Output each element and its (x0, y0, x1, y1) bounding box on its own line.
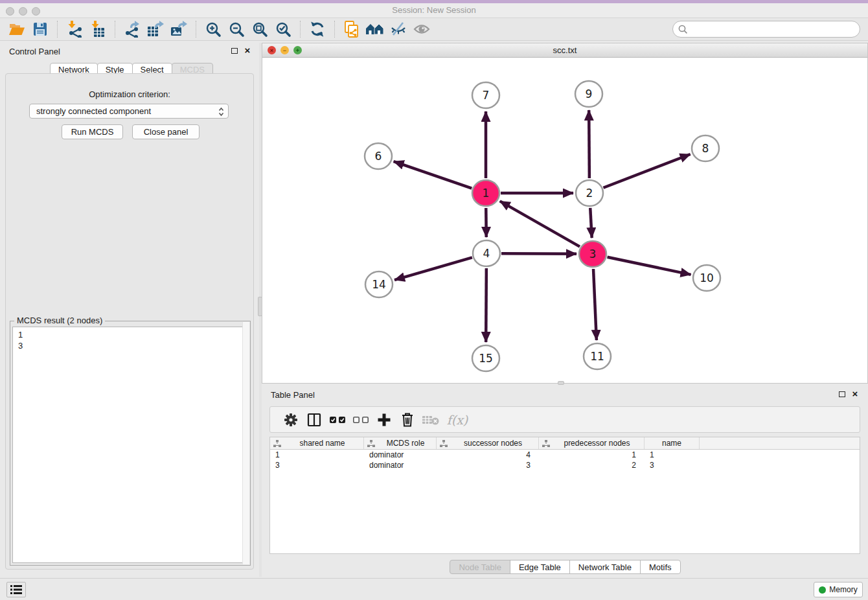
tab-node-table[interactable]: Node Table (450, 560, 510, 574)
task-history-button[interactable] (6, 582, 26, 597)
toolbar-separator (329, 21, 335, 38)
refresh-layout-icon[interactable] (306, 19, 329, 39)
svg-text:9: 9 (586, 87, 593, 100)
save-session-icon[interactable] (29, 19, 52, 39)
graph-node-8[interactable]: 8 (692, 135, 719, 161)
tab-motifs[interactable]: Motifs (640, 560, 681, 574)
first-neighbors-icon[interactable] (363, 19, 387, 39)
node-table-header: shared name MCDS role successor nodes pr… (270, 437, 860, 450)
table-cell[interactable]: 3 (270, 460, 364, 470)
toolbar-separator (52, 21, 58, 38)
memory-button[interactable]: Memory (814, 582, 863, 597)
graph-edge-3-1[interactable] (500, 201, 580, 246)
close-panel-icon[interactable]: × (242, 45, 253, 56)
import-network-icon[interactable] (63, 19, 86, 39)
graph-edge-1-6[interactable] (394, 161, 472, 188)
zoom-fit-icon[interactable] (248, 19, 271, 39)
table-cell[interactable]: 1 (539, 450, 645, 460)
graph-node-7[interactable]: 7 (472, 82, 499, 108)
mcds-result-title: MCDS result (2 nodes) (14, 316, 105, 325)
table-cell[interactable]: 3 (645, 460, 700, 470)
column-panel-icon[interactable] (303, 409, 326, 431)
close-panel-button[interactable]: Close panel (132, 124, 200, 139)
graph-edge-2-9[interactable] (589, 110, 589, 178)
float-table-panel-icon[interactable] (837, 389, 847, 399)
graph-node-3[interactable]: 3 (579, 241, 606, 267)
graph-edge-4-15[interactable] (486, 268, 486, 342)
export-image-icon[interactable] (167, 19, 190, 39)
search-icon (678, 25, 688, 34)
node-table: shared name MCDS role successor nodes pr… (269, 437, 860, 554)
result-scrollbar[interactable] (242, 322, 249, 564)
mcds-result-text[interactable]: 1 3 (12, 327, 248, 563)
graph-node-1[interactable]: 1 (472, 180, 499, 206)
node-table-body: 1dominator4113dominator323 (270, 450, 860, 470)
search-input[interactable] (691, 23, 860, 36)
table-row-1[interactable]: 3dominator323 (270, 460, 860, 470)
import-table-icon[interactable] (86, 19, 109, 39)
graph-edge-4-14[interactable] (394, 257, 472, 280)
graph-node-15[interactable]: 15 (472, 345, 499, 371)
graph-node-2[interactable]: 2 (576, 180, 603, 206)
export-table-icon[interactable] (144, 19, 167, 39)
table-cell[interactable]: 1 (645, 450, 700, 460)
memory-label: Memory (829, 585, 857, 594)
svg-text:3: 3 (589, 248, 597, 260)
table-cell[interactable]: 3 (437, 460, 539, 470)
splitter-handle[interactable] (558, 381, 564, 385)
zoom-selected-icon[interactable] (271, 19, 295, 39)
select-all-checkboxes-icon[interactable] (326, 409, 349, 431)
graph-node-9[interactable]: 9 (575, 81, 602, 107)
table-cell[interactable]: 2 (539, 460, 645, 470)
tab-edge-table[interactable]: Edge Table (510, 560, 570, 574)
graph-edge-4-3[interactable] (501, 253, 577, 254)
table-settings-gear-icon[interactable] (279, 409, 303, 431)
deselect-all-checkboxes-icon[interactable] (349, 409, 372, 431)
float-panel-icon[interactable] (229, 45, 240, 56)
column-header-name[interactable]: name (645, 437, 700, 449)
zoom-out-icon[interactable] (225, 19, 248, 39)
column-header-mcds-role[interactable]: MCDS role (364, 437, 437, 449)
table-panel: Table Panel × f(x) s (262, 386, 868, 577)
column-header-shared-name[interactable]: shared name (270, 437, 364, 449)
graph-edge-2-3[interactable] (590, 208, 591, 238)
graph-node-6[interactable]: 6 (365, 143, 392, 169)
table-cell[interactable]: 4 (437, 450, 539, 460)
open-session-icon[interactable] (5, 19, 29, 39)
memory-status-dot (819, 586, 826, 594)
show-all-icon[interactable] (410, 19, 433, 39)
mcds-result-group: MCDS result (2 nodes) 1 3 (10, 321, 251, 566)
hierarchy-icon (542, 440, 550, 447)
network-view-window: × − + scc.txt 7968124314101511 (262, 43, 868, 384)
graph-node-11[interactable]: 11 (584, 343, 611, 369)
table-cell[interactable]: dominator (364, 460, 437, 470)
column-header-predecessor-nodes[interactable]: predecessor nodes (539, 437, 645, 449)
svg-text:14: 14 (372, 278, 386, 291)
table-row-0[interactable]: 1dominator411 (270, 450, 860, 460)
graph-node-10[interactable]: 10 (693, 265, 720, 291)
add-column-icon[interactable] (372, 409, 396, 431)
hide-selected-icon[interactable] (387, 19, 410, 39)
column-header-successor-nodes[interactable]: successor nodes (437, 437, 539, 449)
network-graph[interactable]: 7968124314101511 (262, 58, 867, 384)
zoom-in-icon[interactable] (201, 19, 225, 39)
run-mcds-button[interactable]: Run MCDS (62, 124, 123, 139)
table-cell[interactable]: 1 (270, 450, 364, 460)
delete-column-icon[interactable] (396, 409, 419, 431)
export-network-icon[interactable] (120, 19, 144, 39)
criterion-select[interactable]: strongly connected component (29, 104, 229, 119)
graph-node-4[interactable]: 4 (473, 240, 500, 266)
graph-node-14[interactable]: 14 (365, 271, 393, 297)
clone-network-icon[interactable] (340, 19, 363, 39)
graph-edge-2-8[interactable] (603, 154, 690, 188)
toolbar-separator (190, 21, 196, 38)
table-toolbar: f(x) (269, 406, 860, 433)
graph-edge-3-11[interactable] (593, 269, 597, 340)
graph-edge-3-10[interactable] (608, 257, 691, 275)
tab-network-table[interactable]: Network Table (569, 560, 641, 574)
close-table-panel-icon[interactable]: × (850, 389, 860, 399)
svg-text:6: 6 (375, 150, 382, 163)
criterion-value: strongly connected component (36, 106, 151, 116)
table-cell[interactable]: dominator (364, 450, 437, 460)
svg-text:4: 4 (483, 247, 490, 260)
